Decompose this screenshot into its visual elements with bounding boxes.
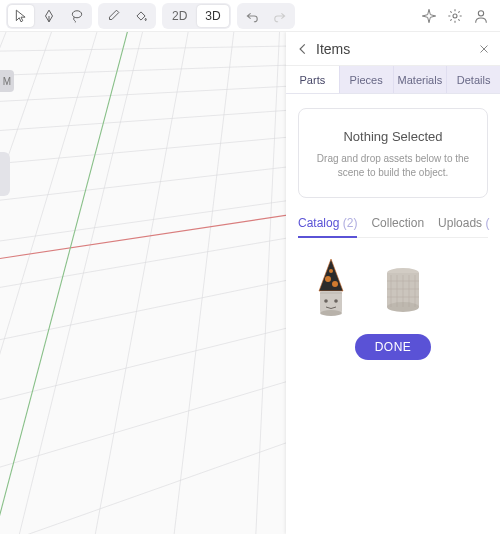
account-button[interactable] bbox=[472, 7, 490, 25]
chevron-left-icon bbox=[296, 42, 310, 56]
svg-point-2 bbox=[478, 10, 483, 15]
asset-item-cylinder[interactable] bbox=[376, 254, 430, 322]
cone-asset-icon bbox=[308, 257, 354, 319]
svg-point-31 bbox=[320, 310, 342, 316]
tab-materials[interactable]: Materials bbox=[394, 66, 448, 93]
panel-body: Nothing Selected Drag and drop assets be… bbox=[286, 94, 500, 534]
svg-point-32 bbox=[324, 299, 328, 303]
tool-group-select bbox=[6, 3, 92, 29]
svg-point-0 bbox=[72, 10, 81, 17]
eyedropper-tool[interactable] bbox=[100, 5, 126, 27]
pen-icon bbox=[42, 9, 56, 23]
items-panel: Items Parts Pieces Materials Details Not… bbox=[286, 32, 500, 534]
subtab-collection[interactable]: Collection bbox=[371, 216, 424, 237]
sparkle-icon bbox=[421, 8, 437, 24]
svg-point-1 bbox=[453, 14, 457, 18]
toolbar-right-icons bbox=[420, 7, 490, 25]
empty-title: Nothing Selected bbox=[311, 129, 475, 144]
redo-button[interactable] bbox=[267, 5, 293, 27]
tab-details[interactable]: Details bbox=[447, 66, 500, 93]
svg-point-29 bbox=[329, 269, 333, 273]
subtab-catalog[interactable]: Catalog (2) bbox=[298, 216, 357, 238]
done-button[interactable]: DONE bbox=[355, 334, 432, 360]
bucket-icon bbox=[134, 9, 148, 23]
lasso-icon bbox=[70, 9, 84, 23]
tool-group-history bbox=[237, 3, 295, 29]
undo-icon bbox=[245, 9, 259, 23]
subtab-catalog-label: Catalog bbox=[298, 216, 339, 230]
user-icon bbox=[473, 8, 489, 24]
cylinder-asset-icon bbox=[380, 257, 426, 319]
tab-pieces[interactable]: Pieces bbox=[340, 66, 394, 93]
panel-header: Items bbox=[286, 32, 500, 66]
eyedropper-icon bbox=[106, 9, 120, 23]
subtab-uploads-count: ( bbox=[485, 216, 489, 230]
asset-grid bbox=[298, 250, 488, 330]
panel-tabs: Parts Pieces Materials Details bbox=[286, 66, 500, 94]
sparkle-button[interactable] bbox=[420, 7, 438, 25]
viewport-3d[interactable]: M Items Parts Pieces Materials Details N… bbox=[0, 32, 500, 534]
back-button[interactable] bbox=[296, 42, 310, 56]
bucket-tool[interactable] bbox=[128, 5, 154, 27]
close-panel-button[interactable] bbox=[478, 43, 490, 55]
empty-subtitle: Drag and drop assets below to the scene … bbox=[311, 152, 475, 179]
redo-icon bbox=[273, 9, 287, 23]
panel-title: Items bbox=[316, 41, 472, 57]
svg-point-27 bbox=[325, 276, 331, 282]
asset-subtabs: Catalog (2) Collection Uploads ( bbox=[298, 216, 488, 238]
svg-rect-30 bbox=[320, 291, 342, 313]
undo-button[interactable] bbox=[239, 5, 265, 27]
lasso-tool[interactable] bbox=[64, 5, 90, 27]
subtab-catalog-count: (2) bbox=[343, 216, 358, 230]
mode-2d-button[interactable]: 2D bbox=[164, 5, 195, 27]
left-edge-tab[interactable]: M bbox=[0, 70, 14, 92]
subtab-uploads-label: Uploads bbox=[438, 216, 482, 230]
svg-point-28 bbox=[332, 281, 338, 287]
close-icon bbox=[478, 43, 490, 55]
pen-tool[interactable] bbox=[36, 5, 62, 27]
cursor-icon bbox=[14, 9, 28, 23]
tab-parts[interactable]: Parts bbox=[286, 66, 340, 93]
tool-group-view: 2D 3D bbox=[162, 3, 231, 29]
cursor-tool[interactable] bbox=[8, 5, 34, 27]
tool-group-paint bbox=[98, 3, 156, 29]
mode-3d-button[interactable]: 3D bbox=[197, 5, 228, 27]
empty-selection-card: Nothing Selected Drag and drop assets be… bbox=[298, 108, 488, 198]
subtab-uploads[interactable]: Uploads ( bbox=[438, 216, 489, 237]
gear-icon bbox=[447, 8, 463, 24]
settings-button[interactable] bbox=[446, 7, 464, 25]
svg-point-33 bbox=[334, 299, 338, 303]
top-toolbar: 2D 3D bbox=[0, 0, 500, 32]
asset-item-cone[interactable] bbox=[304, 254, 358, 322]
left-edge-handle[interactable] bbox=[0, 152, 10, 196]
